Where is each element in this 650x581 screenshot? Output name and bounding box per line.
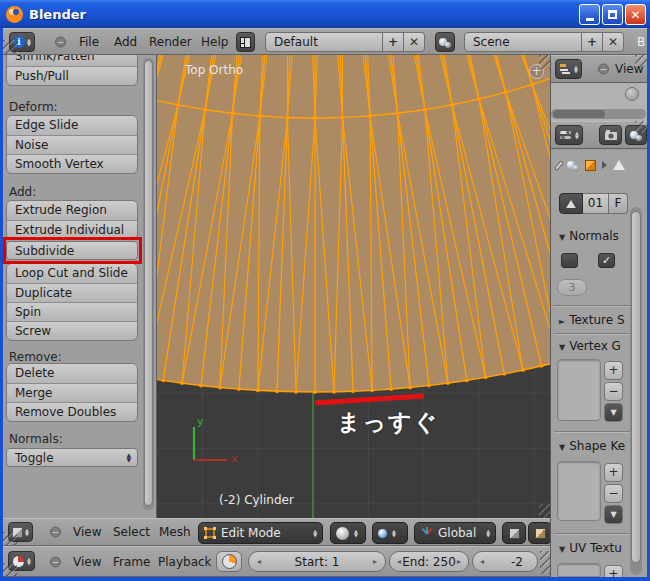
close-button[interactable]: ✕ — [625, 4, 646, 25]
vertex-group-remove-button[interactable]: − — [604, 382, 623, 401]
scene-delete-button[interactable]: ✕ — [603, 32, 624, 52]
scrollbar-thumb[interactable] — [553, 110, 605, 118]
panel-expand-icon: ▼ — [559, 343, 565, 352]
time-display-button[interactable] — [216, 551, 242, 572]
layout-add-button[interactable]: + — [383, 32, 404, 52]
menu-render[interactable]: Render — [149, 35, 192, 49]
menu-add[interactable]: Add — [114, 35, 137, 49]
panel-header-shape-keys[interactable]: ▼Shape Ke — [559, 439, 625, 453]
tab-render[interactable] — [599, 125, 622, 145]
button-loop-cut-and-slide[interactable]: Loop Cut and Slide — [7, 264, 137, 283]
button-extrude-region[interactable]: Extrude Region — [7, 201, 137, 220]
mesh-data-icon — [566, 200, 576, 208]
shape-key-specials-menu[interactable]: ▼ — [604, 505, 623, 524]
right-panel: ▲▼ − View ▲▼ — [550, 55, 647, 577]
maximize-button[interactable] — [602, 4, 623, 25]
checkbox-unchecked[interactable] — [561, 253, 578, 268]
decrement-icon[interactable]: ◂ — [480, 557, 484, 566]
menu-view[interactable]: View — [73, 555, 101, 569]
toolshelf-group: Delete Merge Remove Doubles — [6, 363, 138, 422]
collapse-menus-icon[interactable]: − — [598, 64, 609, 75]
editor-type-selector-properties[interactable]: ▲▼ — [555, 125, 583, 145]
button-edge-slide[interactable]: Edge Slide — [7, 116, 137, 135]
panel-header-vertex-groups[interactable]: ▼Vertex G — [559, 339, 621, 353]
editor-type-selector-outliner[interactable]: ▲▼ — [555, 59, 582, 79]
mode-dropdown[interactable]: Edit Mode ▲▼ — [198, 522, 323, 544]
collapse-menus-icon[interactable]: − — [50, 556, 61, 567]
resize-grip[interactable] — [3, 563, 17, 576]
outliner-content[interactable] — [551, 83, 647, 121]
button-remove-doubles[interactable]: Remove Doubles — [7, 402, 137, 421]
resize-grip[interactable] — [635, 55, 647, 67]
outliner-scrollbar[interactable] — [551, 109, 646, 119]
menu-mesh[interactable]: Mesh — [159, 525, 191, 539]
uv-texture-add-button[interactable]: + — [604, 565, 623, 577]
viewport-shading-dropdown[interactable]: ▲▼ — [330, 522, 366, 544]
vertex-group-specials-menu[interactable]: ▼ — [604, 403, 623, 422]
scrollbar-thumb[interactable] — [144, 60, 153, 506]
shape-key-add-button[interactable]: + — [604, 463, 623, 482]
angle-slider[interactable]: 3 — [557, 279, 587, 296]
layout-delete-button[interactable]: ✕ — [404, 32, 425, 52]
button-duplicate[interactable]: Duplicate — [7, 283, 137, 302]
uv-texture-list[interactable] — [557, 563, 601, 577]
resize-grip[interactable] — [3, 532, 17, 545]
panel-header-uv-texture[interactable]: ▼UV Textu — [559, 541, 622, 555]
scene-field[interactable]: Scene — [464, 32, 582, 52]
collapse-menus-icon[interactable]: − — [50, 527, 61, 538]
increment-icon[interactable]: ▸ — [373, 557, 377, 566]
vertex-groups-list[interactable] — [557, 359, 601, 421]
button-screw[interactable]: Screw — [7, 321, 137, 340]
resize-grip[interactable] — [635, 121, 647, 133]
button-spin[interactable]: Spin — [7, 302, 137, 321]
button-merge[interactable]: Merge — [7, 383, 137, 402]
shape-keys-list[interactable] — [557, 461, 601, 521]
menu-select[interactable]: Select — [113, 525, 150, 539]
snap-toggle-button[interactable] — [502, 522, 526, 544]
menu-frame[interactable]: Frame — [113, 555, 150, 569]
collapse-menus-icon[interactable]: − — [55, 36, 66, 47]
button-delete[interactable]: Delete — [7, 364, 137, 383]
resize-grip[interactable] — [3, 40, 18, 54]
datablock-name-field[interactable]: 01 — [583, 193, 609, 214]
properties-scrollbar[interactable] — [630, 207, 642, 575]
chevron-updown-icon: ▲▼ — [486, 529, 490, 537]
frame-start-field[interactable]: ◂ Start: 1 ▸ — [248, 551, 386, 572]
menu-help[interactable]: Help — [201, 35, 228, 49]
checkbox-checked[interactable]: ✓ — [598, 253, 615, 268]
increment-icon[interactable]: ▸ — [457, 557, 461, 566]
fake-user-button[interactable]: F — [609, 193, 628, 214]
vertex-group-add-button[interactable]: + — [604, 361, 623, 380]
dropdown-toggle[interactable]: Toggle ▲▼ — [6, 448, 138, 467]
datablock-icon-button[interactable] — [559, 193, 583, 214]
frame-end-field[interactable]: ◂ End: 250 ▸ — [389, 551, 469, 572]
shape-key-remove-button[interactable]: − — [604, 484, 623, 503]
transform-orientation-dropdown[interactable]: Global ▲▼ — [414, 522, 496, 544]
menu-playback[interactable]: Playback — [158, 555, 212, 569]
screen-layout-field[interactable]: Default — [265, 32, 383, 52]
3d-viewport[interactable]: Top Ortho (-2) Cylinder まっすぐ + y x — [157, 55, 553, 518]
mode-dropdown-label: Edit Mode — [221, 526, 281, 540]
toolshelf-scrollbar[interactable] — [143, 58, 154, 510]
button-smooth-vertex[interactable]: Smooth Vertex — [7, 154, 137, 173]
button-push-pull[interactable]: Push/Pull — [7, 66, 137, 85]
pivot-point-dropdown[interactable]: ▲▼ — [372, 522, 408, 544]
current-frame-field[interactable]: ◂ -2 — [472, 551, 538, 572]
pin-icon[interactable] — [554, 160, 564, 171]
snap-element-button[interactable] — [528, 522, 552, 544]
decrement-icon[interactable]: ◂ — [257, 557, 261, 566]
scene-add-button[interactable]: + — [582, 32, 603, 52]
menu-file[interactable]: File — [79, 35, 99, 49]
panel-header-texture-space[interactable]: ►Texture S — [559, 313, 625, 327]
chevron-updown-icon: ▲▼ — [27, 38, 31, 46]
menu-view[interactable]: View — [73, 525, 101, 539]
scene-icon-button[interactable] — [435, 32, 455, 52]
screen-layout-icon-button[interactable] — [236, 32, 255, 52]
panel-header-normals[interactable]: ▼Normals — [559, 229, 619, 243]
tool-shelf: Shrink/Fatten Push/Pull Deform: Edge Sli… — [3, 55, 157, 518]
button-shrink-fatten[interactable]: Shrink/Fatten — [7, 55, 137, 66]
minimize-button[interactable] — [579, 4, 600, 25]
button-noise[interactable]: Noise — [7, 135, 137, 154]
scrollbar-thumb[interactable] — [631, 211, 641, 563]
decrement-icon[interactable]: ◂ — [397, 557, 401, 566]
